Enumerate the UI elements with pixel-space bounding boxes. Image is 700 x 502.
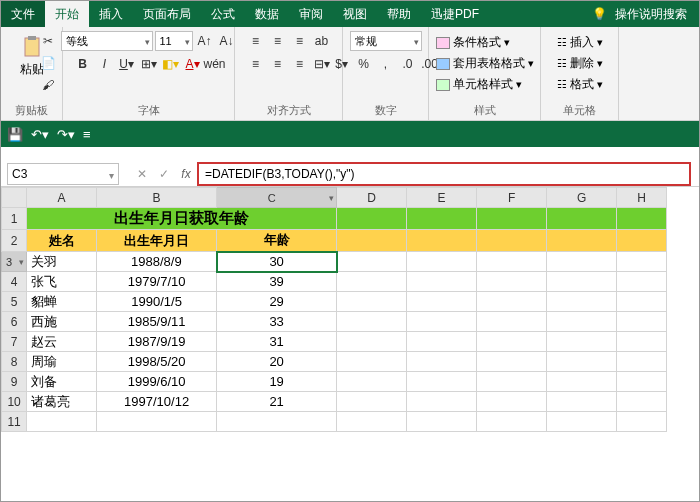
cell[interactable] <box>477 292 547 312</box>
format-cells-button[interactable]: ☷格式▾ <box>553 75 607 94</box>
comma-button[interactable]: , <box>376 54 396 74</box>
col-header[interactable]: G <box>547 188 617 208</box>
border-button[interactable]: ⊞▾ <box>139 54 159 74</box>
align-center-button[interactable]: ≡ <box>268 54 288 74</box>
cell[interactable]: 1979/7/10 <box>97 272 217 292</box>
cell[interactable] <box>547 252 617 272</box>
font-color-button[interactable]: A▾ <box>183 54 203 74</box>
qat-customize[interactable]: ≡ <box>83 127 91 142</box>
format-painter-button[interactable]: 🖌 <box>38 75 58 95</box>
col-header[interactable]: A <box>27 188 97 208</box>
tab-view[interactable]: 视图 <box>333 1 377 27</box>
cell[interactable] <box>337 352 407 372</box>
align-right-button[interactable]: ≡ <box>290 54 310 74</box>
cell[interactable]: 1988/8/9 <box>97 252 217 272</box>
cell[interactable]: 1999/6/10 <box>97 372 217 392</box>
bold-button[interactable]: B <box>73 54 93 74</box>
cell[interactable]: 年龄 <box>217 230 337 252</box>
cell[interactable] <box>337 332 407 352</box>
tab-review[interactable]: 审阅 <box>289 1 333 27</box>
cell[interactable] <box>407 208 477 230</box>
align-bottom-button[interactable]: ≡ <box>290 31 310 51</box>
cell[interactable] <box>407 292 477 312</box>
tell-me-search[interactable]: 操作说明搜索 <box>611 6 699 23</box>
col-header[interactable]: B <box>97 188 217 208</box>
cell[interactable] <box>407 272 477 292</box>
cell[interactable] <box>337 208 407 230</box>
tab-home[interactable]: 开始 <box>45 1 89 27</box>
cell[interactable]: 周瑜 <box>27 352 97 372</box>
font-size-select[interactable]: 11 <box>155 31 193 51</box>
row-header[interactable]: 1 <box>2 208 27 230</box>
save-button[interactable]: 💾 <box>7 127 23 142</box>
cell[interactable] <box>617 412 667 432</box>
worksheet-grid[interactable]: ABCDEFGH1出生年月日获取年龄2姓名出生年月日年龄3关羽1988/8/93… <box>1 187 699 432</box>
delete-cells-button[interactable]: ☷删除▾ <box>553 54 607 73</box>
row-header[interactable]: 6 <box>2 312 27 332</box>
cell[interactable] <box>477 392 547 412</box>
underline-button[interactable]: U▾ <box>117 54 137 74</box>
cell[interactable] <box>337 292 407 312</box>
cell[interactable] <box>617 352 667 372</box>
cell[interactable]: 1990/1/5 <box>97 292 217 312</box>
cell[interactable]: 关羽 <box>27 252 97 272</box>
cell[interactable]: 31 <box>217 332 337 352</box>
row-header[interactable]: 4 <box>2 272 27 292</box>
cell[interactable] <box>547 392 617 412</box>
tab-file[interactable]: 文件 <box>1 1 45 27</box>
cell[interactable] <box>547 312 617 332</box>
wrap-text-button[interactable]: ab <box>312 31 332 51</box>
cell[interactable] <box>477 230 547 252</box>
cell[interactable] <box>547 208 617 230</box>
cell[interactable]: 刘备 <box>27 372 97 392</box>
cell[interactable] <box>407 332 477 352</box>
cell[interactable]: 西施 <box>27 312 97 332</box>
number-format-select[interactable]: 常规 <box>350 31 422 51</box>
cell[interactable]: 33 <box>217 312 337 332</box>
tab-formulas[interactable]: 公式 <box>201 1 245 27</box>
increase-font-button[interactable]: A↑ <box>195 31 215 51</box>
cell[interactable] <box>477 252 547 272</box>
cell[interactable] <box>547 272 617 292</box>
row-header[interactable]: 5 <box>2 292 27 312</box>
row-header[interactable]: 11 <box>2 412 27 432</box>
merge-button[interactable]: ⊟▾ <box>312 54 332 74</box>
cell[interactable]: 39 <box>217 272 337 292</box>
row-header[interactable]: 2 <box>2 230 27 252</box>
cell[interactable]: 1987/9/19 <box>97 332 217 352</box>
cell[interactable] <box>407 230 477 252</box>
enter-formula-icon[interactable]: ✓ <box>153 167 175 181</box>
cell[interactable]: 诸葛亮 <box>27 392 97 412</box>
conditional-format-button[interactable]: 条件格式▾ <box>432 33 538 52</box>
cell[interactable] <box>617 332 667 352</box>
percent-button[interactable]: % <box>354 54 374 74</box>
tab-insert[interactable]: 插入 <box>89 1 133 27</box>
fill-color-button[interactable]: ◧▾ <box>161 54 181 74</box>
col-header[interactable]: C <box>217 188 337 208</box>
cell[interactable] <box>617 230 667 252</box>
fx-icon[interactable]: fx <box>175 167 197 181</box>
cell[interactable] <box>407 392 477 412</box>
cell[interactable] <box>337 230 407 252</box>
cancel-formula-icon[interactable]: ✕ <box>131 167 153 181</box>
cell[interactable] <box>547 292 617 312</box>
formula-input[interactable]: =DATEDIF(B3,TODAY(),"y") <box>197 162 691 186</box>
cell[interactable]: 1985/9/11 <box>97 312 217 332</box>
col-header[interactable]: D <box>337 188 407 208</box>
cell[interactable] <box>477 272 547 292</box>
tab-pdf[interactable]: 迅捷PDF <box>421 1 489 27</box>
phonetic-button[interactable]: wén <box>205 54 225 74</box>
cell[interactable] <box>617 312 667 332</box>
name-box[interactable]: C3 <box>7 163 119 185</box>
cell[interactable] <box>407 352 477 372</box>
cell[interactable] <box>547 230 617 252</box>
cell[interactable] <box>337 312 407 332</box>
cell[interactable]: 21 <box>217 392 337 412</box>
cell[interactable]: 30 <box>217 252 337 272</box>
cell[interactable]: 赵云 <box>27 332 97 352</box>
cell[interactable] <box>337 372 407 392</box>
cell[interactable] <box>617 292 667 312</box>
cell[interactable]: 出生年月日 <box>97 230 217 252</box>
title-cell[interactable]: 出生年月日获取年龄 <box>27 208 337 230</box>
cell[interactable] <box>27 412 97 432</box>
